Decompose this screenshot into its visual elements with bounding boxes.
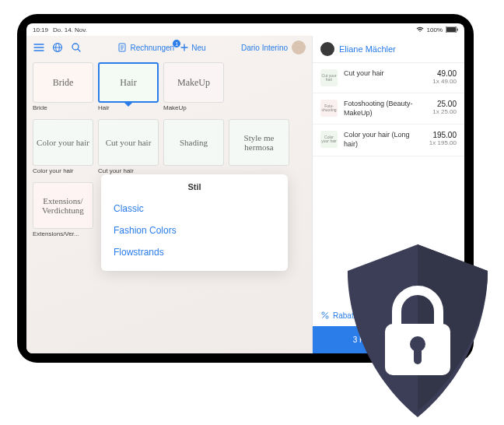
service-tile-label: Shading (180, 138, 208, 147)
main-panel: Rechnungen 1 Neu Dario Interino Bride (26, 36, 313, 353)
search-icon[interactable] (70, 41, 82, 54)
service-tile-label: Style me hermosa (233, 133, 285, 152)
line-item-name: Color your hair (Long hair) (344, 131, 423, 149)
line-item-price: 49.00 1x 49.00 (432, 69, 457, 85)
line-item-price: 195.00 1x 195.00 (429, 131, 457, 146)
category-tile-makeup[interactable]: MakeUp (163, 62, 224, 103)
service-row-1: Color your hair Cut your hair Shading St… (26, 116, 312, 167)
status-date: Do. 14. Nov. (53, 26, 87, 33)
line-item-price: 25.00 1x 25.00 (432, 100, 457, 115)
line-item-qty: 1x 49.00 (432, 78, 457, 85)
service-label: Color your hair (33, 167, 93, 174)
category-tile-label: MakeUp (177, 77, 210, 89)
service-label (229, 167, 289, 174)
line-item-thumb: Cut your hair (320, 69, 338, 86)
globe-icon[interactable] (51, 41, 64, 54)
service-tile[interactable]: Style me hermosa (229, 119, 289, 166)
status-battery-pct: 100% (427, 26, 443, 33)
main-toolbar: Rechnungen 1 Neu Dario Interino (26, 36, 312, 59)
popup-title: Stil (101, 182, 288, 198)
style-popup: Stil Classic Fashion Colors Flowstrands (101, 174, 288, 271)
service-tile-label: Color your hair (37, 138, 89, 147)
new-button[interactable]: Neu (180, 44, 205, 52)
category-label: Bride (33, 104, 93, 111)
category-labels: Bride Hair MakeUp (26, 104, 312, 116)
category-tile-label: Hair (120, 77, 136, 89)
cart-line-item[interactable]: Cut your hair Cut your hair 49.00 1x 49.… (313, 63, 464, 93)
service-tile-label: Cut your hair (106, 138, 152, 147)
selected-pointer-icon (123, 101, 134, 107)
line-item-thumb: Color your hair (320, 131, 338, 148)
cart-customer-name: Eliane Mächler (339, 44, 396, 54)
category-tile-hair[interactable]: Hair (98, 62, 159, 103)
avatar (320, 42, 334, 56)
service-tile[interactable]: Cut your hair (98, 119, 159, 166)
line-item-qty: 1x 25.00 (432, 108, 457, 115)
popup-item[interactable]: Fashion Colors (101, 220, 288, 241)
cart-line-item[interactable]: Foto-shooting Fotoshooting (Beauty-MakeU… (313, 93, 464, 125)
service-tile-label: Extensions/ Verdichtung (37, 196, 89, 215)
avatar (292, 40, 306, 54)
status-time: 10:19 (33, 26, 48, 33)
line-item-qty: 1x 195.00 (429, 139, 457, 146)
line-item-amount: 49.00 (432, 69, 457, 78)
service-label: Cut your hair (98, 167, 159, 174)
category-row: Bride Hair MakeUp (26, 59, 312, 104)
popup-item[interactable]: Flowstrands (101, 241, 288, 263)
svg-rect-11 (414, 347, 422, 364)
service-label (163, 167, 224, 174)
svg-point-7 (322, 312, 324, 314)
service-tile[interactable]: Extensions/ Verdichtung (33, 182, 93, 229)
svg-rect-1 (446, 27, 456, 32)
category-tile-label: Bride (53, 77, 74, 89)
line-item-name: Cut your hair (344, 69, 426, 79)
service-tile[interactable]: Color your hair (33, 119, 93, 166)
popup-item[interactable]: Classic (101, 198, 288, 220)
cart-line-item[interactable]: Color your hair Color your hair (Long ha… (313, 125, 464, 156)
category-tile-bride[interactable]: Bride (33, 62, 93, 103)
percent-icon (320, 311, 330, 320)
invoices-button[interactable]: Rechnungen 1 (117, 43, 174, 52)
security-shield-overlay (336, 240, 499, 423)
service-tile[interactable]: Shading (163, 119, 224, 166)
invoices-label: Rechnungen (130, 44, 174, 52)
svg-rect-2 (457, 29, 458, 31)
main-user-chip[interactable]: Dario Interino (241, 40, 306, 54)
svg-point-8 (326, 316, 328, 318)
main-user-name: Dario Interino (241, 44, 288, 52)
battery-icon (446, 26, 458, 33)
line-item-thumb: Foto-shooting (320, 100, 338, 117)
cart-header[interactable]: Eliane Mächler (313, 36, 464, 63)
category-label: MakeUp (163, 104, 224, 111)
line-item-amount: 25.00 (432, 100, 457, 108)
menu-icon[interactable] (33, 41, 45, 54)
line-item-name: Fotoshooting (Beauty-MakeUp) (344, 100, 426, 118)
wifi-icon (416, 26, 424, 33)
line-item-amount: 195.00 (429, 131, 457, 139)
new-label: Neu (191, 44, 205, 52)
service-label: Extensions/Ver... (33, 230, 93, 237)
invoices-badge: 1 (173, 40, 180, 47)
status-bar: 10:19 Do. 14. Nov. 100% (26, 23, 464, 36)
